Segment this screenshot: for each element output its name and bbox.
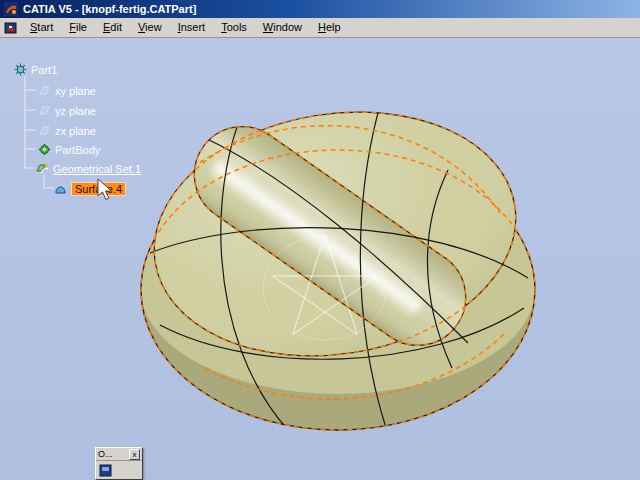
tree-item-zx-plane[interactable]: zx plane: [38, 123, 96, 138]
tree-item-geometrical-set[interactable]: Geometrical Set.1: [36, 161, 141, 176]
tree-item-yz-plane[interactable]: yz plane: [38, 103, 96, 118]
menu-item-view[interactable]: View: [130, 19, 170, 36]
menu-item-window[interactable]: Window: [255, 19, 310, 36]
tree-item-label: xy plane: [55, 85, 96, 97]
menu-item-help[interactable]: Help: [310, 19, 349, 36]
menu-item-start[interactable]: Start: [22, 19, 61, 36]
plane-icon: [38, 104, 51, 117]
toolbar-button-icon: [99, 464, 112, 477]
plane-icon: [38, 124, 51, 137]
title-bar[interactable]: CATIA V5 - [knopf-fertig.CATPart]: [0, 0, 640, 18]
plane-icon: [38, 84, 51, 97]
body-icon: [38, 143, 51, 156]
menu-bar: Start File Edit View Insert Tools Window…: [0, 18, 640, 38]
catia-logo-icon: [4, 2, 18, 16]
part-icon: [14, 63, 27, 76]
menu-item-edit[interactable]: Edit: [95, 19, 130, 36]
viewport-3d[interactable]: Part1 xy plane yz plane: [0, 38, 640, 480]
tree-item-label: yz plane: [55, 105, 96, 117]
toolbar-button[interactable]: [98, 463, 113, 478]
tree-item-partbody[interactable]: PartBody: [38, 142, 100, 157]
close-icon[interactable]: x: [129, 449, 140, 460]
geometrical-set-icon: [36, 162, 49, 175]
knob-3d-model[interactable]: [0, 38, 640, 480]
tree-item-label: PartBody: [55, 144, 100, 156]
tree-item-label: Part1: [31, 64, 57, 76]
surface-icon: [54, 182, 67, 195]
tree-item-label: Geometrical Set.1: [53, 163, 141, 175]
floating-toolbar[interactable]: O... x: [95, 447, 143, 480]
tree-item-part1[interactable]: Part1: [14, 62, 57, 77]
workbench-icon[interactable]: [4, 21, 18, 35]
tree-item-label: zx plane: [55, 125, 96, 137]
floating-toolbar-titlebar[interactable]: O... x: [96, 448, 142, 461]
catia-window: CATIA V5 - [knopf-fertig.CATPart] Start …: [0, 0, 640, 480]
tree-item-xy-plane[interactable]: xy plane: [38, 83, 96, 98]
floating-toolbar-title: O...: [98, 449, 113, 459]
floating-toolbar-body: [96, 461, 142, 479]
tree-item-surface-4[interactable]: Surface.4: [54, 181, 126, 196]
tree-item-label-selected: Surface.4: [71, 182, 126, 196]
menu-item-file[interactable]: File: [61, 19, 95, 36]
menu-item-insert[interactable]: Insert: [170, 19, 214, 36]
window-title: CATIA V5 - [knopf-fertig.CATPart]: [23, 3, 196, 15]
menu-item-tools[interactable]: Tools: [213, 19, 255, 36]
